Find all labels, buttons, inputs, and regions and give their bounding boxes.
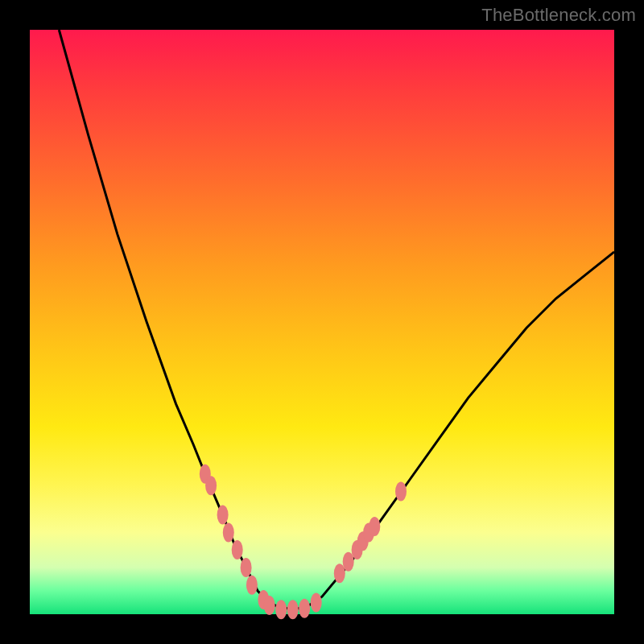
plot-area: [30, 30, 614, 614]
data-point: [217, 506, 229, 525]
chart-frame: TheBottleneck.com: [0, 0, 644, 644]
data-point: [343, 552, 354, 572]
data-point: [223, 522, 234, 542]
data-point: [232, 540, 243, 559]
data-point: [264, 596, 275, 615]
data-point: [287, 600, 299, 619]
data-point: [369, 517, 380, 536]
data-point: [299, 599, 310, 618]
data-point: [205, 476, 217, 495]
data-point: [395, 482, 407, 502]
data-point: [311, 593, 322, 613]
bottleneck-curve: [30, 30, 614, 614]
data-point: [275, 600, 287, 619]
watermark-text: TheBottleneck.com: [481, 5, 636, 26]
data-point: [246, 576, 258, 595]
data-point: [241, 558, 252, 577]
